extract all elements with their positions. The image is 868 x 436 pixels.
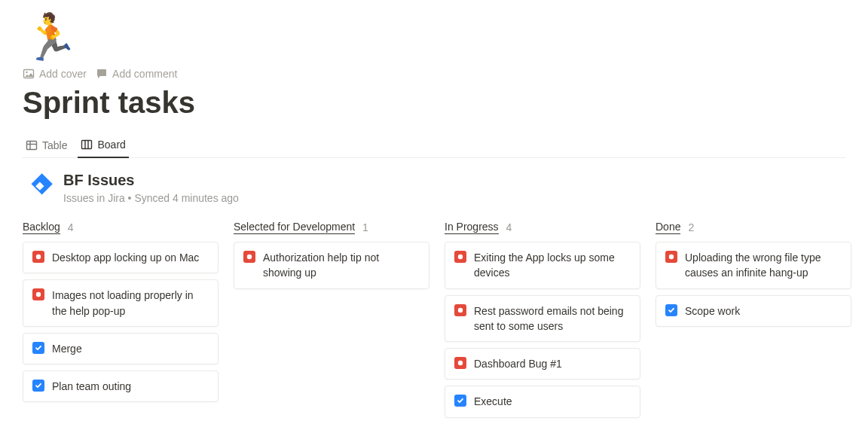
task-icon <box>32 380 44 392</box>
source-title: BF Issues <box>63 172 239 189</box>
board-column: In Progress4Exiting the App locks up som… <box>445 221 640 424</box>
comment-icon <box>96 68 108 80</box>
tab-table-label: Table <box>42 139 67 151</box>
svg-point-15 <box>458 361 463 365</box>
card-title: Uploading the wrong file type causes an … <box>685 250 842 281</box>
board-card[interactable]: Plan team outing <box>23 370 219 402</box>
bug-icon <box>665 251 677 263</box>
column-name: Selected for Development <box>234 221 355 234</box>
bug-icon <box>454 251 466 263</box>
add-cover-label: Add cover <box>39 68 87 80</box>
page-title: Sprint tasks <box>23 86 845 120</box>
image-icon <box>23 68 35 80</box>
board-card[interactable]: Merge <box>23 333 219 364</box>
svg-rect-2 <box>27 142 37 150</box>
tab-table[interactable]: Table <box>23 134 70 158</box>
board-card[interactable]: Desktop app locking up on Mac <box>23 242 219 273</box>
svg-rect-8 <box>32 173 53 194</box>
svg-point-12 <box>247 255 252 259</box>
card-title: Scope work <box>685 303 842 319</box>
column-name: Backlog <box>23 221 60 234</box>
bug-icon <box>243 251 255 263</box>
task-icon <box>454 395 466 407</box>
svg-point-14 <box>458 307 463 312</box>
card-title: Images not loading properly in the help … <box>52 288 209 319</box>
column-count: 1 <box>362 221 368 233</box>
card-title: Dashboard Bug #1 <box>474 356 631 371</box>
task-icon <box>32 342 44 354</box>
add-cover-button[interactable]: Add cover <box>23 68 87 80</box>
card-title: Desktop app locking up on Mac <box>52 250 209 265</box>
board-card[interactable]: Exiting the App locks up some devices <box>445 242 640 289</box>
table-icon <box>26 139 38 151</box>
card-title: Authorization help tip not showing up <box>263 250 420 281</box>
svg-point-13 <box>458 255 463 259</box>
board: Backlog4Desktop app locking up on MacIma… <box>23 221 845 424</box>
column-header[interactable]: Selected for Development1 <box>234 221 429 234</box>
svg-point-16 <box>669 255 674 259</box>
svg-rect-5 <box>82 141 92 149</box>
board-icon <box>81 139 93 151</box>
board-card[interactable]: Execute <box>445 386 640 417</box>
board-card[interactable]: Images not loading properly in the help … <box>23 279 219 327</box>
svg-point-1 <box>26 72 27 73</box>
bug-icon <box>454 357 466 369</box>
card-title: Plan team outing <box>52 379 209 394</box>
board-card[interactable]: Uploading the wrong file type causes an … <box>656 242 851 289</box>
column-count: 2 <box>688 221 694 233</box>
tab-board[interactable]: Board <box>78 134 128 158</box>
board-card[interactable]: Rest password emails not being sent to s… <box>445 295 640 343</box>
board-column: Selected for Development1Authorization h… <box>234 221 429 295</box>
column-name: In Progress <box>445 221 499 234</box>
column-name: Done <box>656 221 680 234</box>
bug-icon <box>32 251 44 263</box>
board-card[interactable]: Scope work <box>656 295 851 327</box>
column-header[interactable]: Backlog4 <box>23 221 219 234</box>
board-card[interactable]: Authorization help tip not showing up <box>234 242 429 289</box>
card-title: Merge <box>52 341 209 356</box>
add-comment-button[interactable]: Add comment <box>96 68 177 80</box>
column-count: 4 <box>68 221 74 233</box>
board-column: Done2Uploading the wrong file type cause… <box>656 221 851 333</box>
svg-point-11 <box>36 292 41 297</box>
card-title: Execute <box>474 394 631 409</box>
column-count: 4 <box>506 221 512 233</box>
page-icon[interactable]: 🏃 <box>23 12 79 63</box>
card-title: Rest password emails not being sent to s… <box>474 303 631 334</box>
view-tabs: Table Board <box>23 133 845 158</box>
card-title: Exiting the App locks up some devices <box>474 250 631 281</box>
jira-logo-icon <box>23 173 53 203</box>
column-header[interactable]: Done2 <box>656 221 851 234</box>
svg-point-10 <box>36 255 41 259</box>
source-subtitle: Issues in Jira • Synced 4 minutes ago <box>63 192 239 204</box>
bug-icon <box>454 304 466 316</box>
tab-board-label: Board <box>97 139 125 151</box>
column-header[interactable]: In Progress4 <box>445 221 640 234</box>
task-icon <box>665 304 677 316</box>
board-card[interactable]: Dashboard Bug #1 <box>445 348 640 380</box>
bug-icon <box>32 288 44 300</box>
board-column: Backlog4Desktop app locking up on MacIma… <box>23 221 219 408</box>
add-comment-label: Add comment <box>112 68 177 80</box>
